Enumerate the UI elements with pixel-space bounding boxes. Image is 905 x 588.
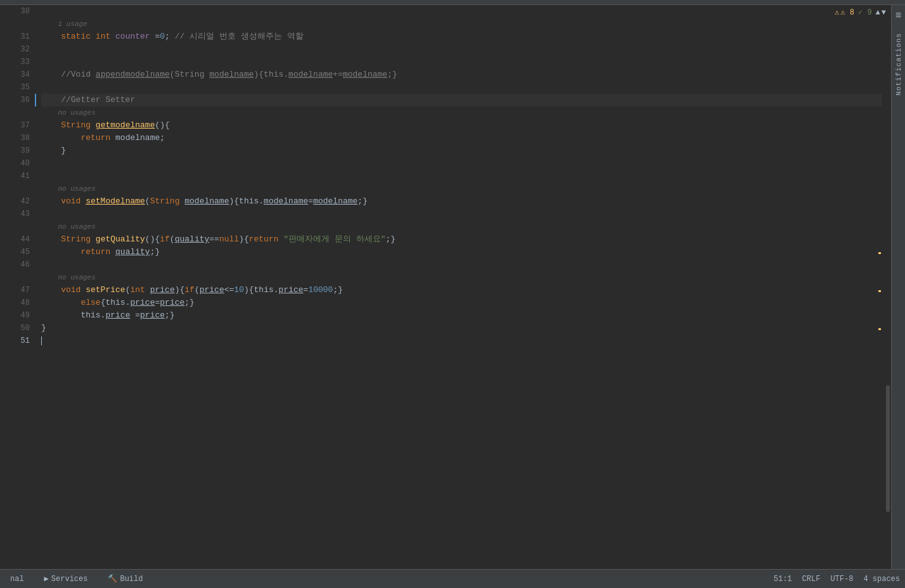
usage-hint-36: no usages [41,106,882,119]
line-41: 41 [0,170,30,182]
warning-badge[interactable]: ⚠ ⚠ 8 [835,8,854,17]
notifications-panel: ≡ Notifications [891,5,905,569]
code-line-43 [41,208,882,220]
code-line-46 [41,259,882,271]
nav-down-icon[interactable]: ▼ [882,8,886,17]
minimap-marker-3 [878,328,881,330]
code-line-41 [41,170,882,182]
ok-count: ✓ 9 [858,8,872,17]
line-40: 40 [0,157,30,170]
line-36-usage [0,106,30,119]
usage-hint-31: 1 usage [41,18,882,30]
line-37: 37 [0,119,30,132]
line-31-usage [0,18,30,30]
line-36: 36 [0,94,30,106]
terminal-tab-label: nal [10,575,24,584]
minimap-marker-1 [878,252,881,254]
line-48: 48 [0,297,30,309]
cursor-position: 51:1 [774,575,792,584]
code-line-49: ▲ this. price = price ;} [41,309,882,322]
code-line-30 [41,5,882,18]
editor-container: ⚠ ⚠ 8 ✓ 9 ▲ ▼ 30 31 32 33 34 35 36 37 38… [0,5,905,569]
line-ending: CRLF [802,575,821,584]
line-47: 47 [0,284,30,297]
nav-arrows[interactable]: ▲ ▼ [876,8,886,17]
code-line-47: ▼ void setPrice ( int price ){ if ( pric… [41,284,882,297]
line-44: 44 [0,233,30,246]
warning-count: ⚠ 8 [840,8,854,17]
line-35: 35 [0,81,30,94]
code-line-35 [41,81,882,94]
usage-hint-42: no usages [41,182,882,195]
line-42: 42 [0,195,30,208]
line-33: 33 [0,56,30,68]
minimap-marker-2 [878,290,881,292]
status-bar: nal ▶ Services 🔨 Build 51:1 CRLF UTF-8 4… [0,569,905,588]
code-line-50: } [41,322,882,335]
line-43: 43 [0,208,30,220]
usage-hint-47: no usages [41,271,882,284]
build-tab[interactable]: 🔨 Build [103,572,148,586]
code-line-33 [41,56,882,68]
build-tab-label: Build [120,575,143,584]
line-51: 51 [0,335,30,347]
terminal-tab[interactable]: nal [5,572,29,586]
code-line-44: ▼ String getQuality (){ if ( quality == … [41,233,882,246]
nav-up-icon[interactable]: ▲ [876,8,880,17]
warnings-area[interactable]: ⚠ ⚠ 8 ✓ 9 ▲ ▼ [835,8,886,17]
line-46: 46 [0,259,30,271]
services-tab[interactable]: ▶ Services [39,572,93,586]
line-45: 45 [0,246,30,259]
code-line-51 [41,335,882,347]
code-line-34: //Void appendmodelname (String modelname… [41,68,882,81]
tabs-bar [0,0,905,5]
line-indicator [35,94,36,106]
encoding: UTF-8 [830,575,853,584]
line-31: 31 [0,30,30,43]
code-editor[interactable]: 1 usage static int counter = 0 ; // 시리얼 … [35,5,882,569]
line-43-usage [0,220,30,233]
line-32: 32 [0,43,30,56]
code-line-36: //Getter Setter [41,94,882,106]
notifications-menu-icon[interactable]: ≡ [895,10,902,22]
line-39: 39 [0,144,30,157]
services-tab-label: Services [51,575,88,584]
line-number-gutter: 30 31 32 33 34 35 36 37 38 39 40 41 42 4… [0,5,35,569]
line-30: 30 [0,5,30,18]
build-icon: 🔨 [108,574,117,584]
code-line-37: ▼ String getmodelname (){ [41,119,882,132]
code-line-38: return modelname; [41,132,882,144]
text-cursor [41,336,42,345]
line-41-usage [0,182,30,195]
indent-size: 4 spaces [863,575,900,584]
code-line-32 [41,43,882,56]
warning-triangle-icon: ⚠ [835,8,839,17]
ok-badge[interactable]: ✓ 9 [858,8,872,17]
usage-hint-44: no usages [41,220,882,233]
code-line-40 [41,157,882,170]
code-line-39: ▲ } [41,144,882,157]
code-line-42: void setModelname ( String modelname ){ … [41,195,882,208]
line-50: 50 [0,322,30,335]
line-38: 38 [0,132,30,144]
notifications-label: Notifications [895,33,902,96]
vertical-scrollbar[interactable] [882,5,891,569]
services-run-icon: ▶ [44,574,49,584]
line-34: 34 [0,68,30,81]
scrollbar-thumb[interactable] [886,385,890,512]
status-tabs: nal ▶ Services 🔨 Build [5,572,774,586]
line-46-usage [0,271,30,284]
code-line-45: ▲ return quality ;} [41,246,882,259]
status-info: 51:1 CRLF UTF-8 4 spaces [774,575,900,584]
line-49: 49 [0,309,30,322]
code-line-31: static int counter = 0 ; // 시리얼 번호 생성해주는… [41,30,882,43]
code-line-48: else {this. price = price ;} [41,297,882,309]
